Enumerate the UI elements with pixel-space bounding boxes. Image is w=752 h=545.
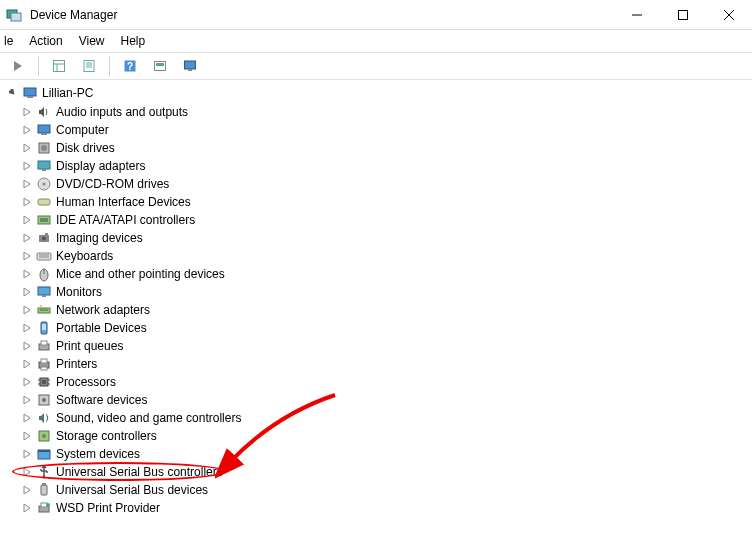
expand-icon[interactable]: [20, 411, 34, 425]
tree-item-label: Storage controllers: [56, 427, 157, 445]
svg-rect-40: [38, 287, 50, 295]
svg-rect-1: [11, 13, 21, 21]
expand-icon[interactable]: [20, 321, 34, 335]
tree-item[interactable]: Processors: [6, 373, 746, 391]
tree-item-label: Display adapters: [56, 157, 145, 175]
svg-rect-31: [40, 218, 48, 222]
separator: [109, 56, 110, 76]
expand-icon[interactable]: [20, 123, 34, 137]
svg-rect-17: [185, 61, 196, 69]
expand-icon[interactable]: [20, 429, 34, 443]
tree-item-label: Printers: [56, 355, 97, 373]
svg-rect-6: [54, 61, 65, 72]
expand-icon[interactable]: [20, 357, 34, 371]
tree-item[interactable]: Network adapters: [6, 301, 746, 319]
tree-item[interactable]: Storage controllers: [6, 427, 746, 445]
tree-item[interactable]: Keyboards: [6, 247, 746, 265]
tree-item[interactable]: System devices: [6, 445, 746, 463]
expand-icon[interactable]: [20, 501, 34, 515]
expand-icon[interactable]: [20, 267, 34, 281]
tree-item[interactable]: Computer: [6, 121, 746, 139]
tree-item-label: Keyboards: [56, 247, 113, 265]
menubar: le Action View Help: [0, 30, 752, 52]
tree-item-label: Sound, video and game controllers: [56, 409, 241, 427]
svg-rect-3: [679, 10, 688, 19]
expand-icon[interactable]: [20, 195, 34, 209]
tree-item-label: Network adapters: [56, 301, 150, 319]
menu-view[interactable]: View: [79, 34, 105, 48]
svg-rect-46: [42, 324, 46, 330]
expand-icon[interactable]: [6, 86, 20, 100]
svg-rect-34: [45, 233, 48, 235]
close-button[interactable]: [706, 0, 752, 30]
expand-icon[interactable]: [20, 339, 34, 353]
tree-item-label: Portable Devices: [56, 319, 147, 337]
tree-item[interactable]: Software devices: [6, 391, 746, 409]
network-icon: [36, 302, 52, 318]
tree-item[interactable]: Audio inputs and outputs: [6, 103, 746, 121]
forward-button[interactable]: [6, 55, 30, 77]
svg-rect-9: [84, 61, 94, 72]
expand-icon[interactable]: [20, 393, 34, 407]
expand-icon[interactable]: [20, 141, 34, 155]
scan-hardware-button[interactable]: [148, 55, 172, 77]
properties-button[interactable]: [77, 55, 101, 77]
tree-item-label: Audio inputs and outputs: [56, 103, 188, 121]
expand-icon[interactable]: [20, 285, 34, 299]
tree-item[interactable]: DVD/CD-ROM drives: [6, 175, 746, 193]
maximize-button[interactable]: [660, 0, 706, 30]
tree-item[interactable]: Imaging devices: [6, 229, 746, 247]
svg-rect-50: [41, 359, 47, 363]
show-hide-console-button[interactable]: [47, 55, 71, 77]
expand-icon[interactable]: [20, 159, 34, 173]
hid-icon: [36, 194, 52, 210]
tree-item-label: Print queues: [56, 337, 123, 355]
expand-icon[interactable]: [20, 105, 34, 119]
tree-item[interactable]: Printers: [6, 355, 746, 373]
tree-item[interactable]: Print queues: [6, 337, 746, 355]
tree-item[interactable]: Mice and other pointing devices: [6, 265, 746, 283]
tree-item[interactable]: Universal Serial Bus controllers: [6, 463, 746, 481]
tree-item-label: IDE ATA/ATAPI controllers: [56, 211, 195, 229]
monitor-icon: [36, 122, 52, 138]
tree-item[interactable]: Monitors: [6, 283, 746, 301]
system-icon: [36, 446, 52, 462]
ide-icon: [36, 212, 52, 228]
svg-point-59: [42, 398, 46, 402]
expand-icon[interactable]: [20, 231, 34, 245]
expand-icon[interactable]: [20, 465, 34, 479]
svg-rect-51: [41, 367, 47, 370]
root-node[interactable]: Lillian-PC: [6, 84, 746, 102]
tree-item-label: Human Interface Devices: [56, 193, 191, 211]
tree-item[interactable]: Universal Serial Bus devices: [6, 481, 746, 499]
tree-item[interactable]: Display adapters: [6, 157, 746, 175]
svg-point-64: [43, 476, 46, 479]
tree-item[interactable]: Human Interface Devices: [6, 193, 746, 211]
tree-item-label: Mice and other pointing devices: [56, 265, 225, 283]
expand-icon[interactable]: [20, 375, 34, 389]
tree-item[interactable]: Disk drives: [6, 139, 746, 157]
svg-rect-22: [41, 133, 47, 135]
menu-help[interactable]: Help: [121, 34, 146, 48]
expand-icon[interactable]: [20, 447, 34, 461]
svg-rect-53: [42, 380, 46, 384]
minimize-button[interactable]: [614, 0, 660, 30]
tree-item[interactable]: Portable Devices: [6, 319, 746, 337]
tree-item[interactable]: WSD Print Provider: [6, 499, 746, 517]
expand-icon[interactable]: [20, 213, 34, 227]
printq-icon: [36, 338, 52, 354]
tree-item-label: Universal Serial Bus controllers: [56, 463, 223, 481]
tree-item[interactable]: IDE ATA/ATAPI controllers: [6, 211, 746, 229]
expand-icon[interactable]: [20, 177, 34, 191]
svg-rect-65: [41, 485, 47, 495]
tree-item[interactable]: Sound, video and game controllers: [6, 409, 746, 427]
monitor-button[interactable]: [178, 55, 202, 77]
svg-point-28: [43, 183, 46, 186]
expand-icon[interactable]: [20, 303, 34, 317]
expand-icon[interactable]: [20, 249, 34, 263]
help-button[interactable]: ?: [118, 55, 142, 77]
expand-icon[interactable]: [20, 483, 34, 497]
menu-action[interactable]: Action: [29, 34, 62, 48]
menu-file[interactable]: le: [4, 34, 13, 48]
usbdev-icon: [36, 482, 52, 498]
